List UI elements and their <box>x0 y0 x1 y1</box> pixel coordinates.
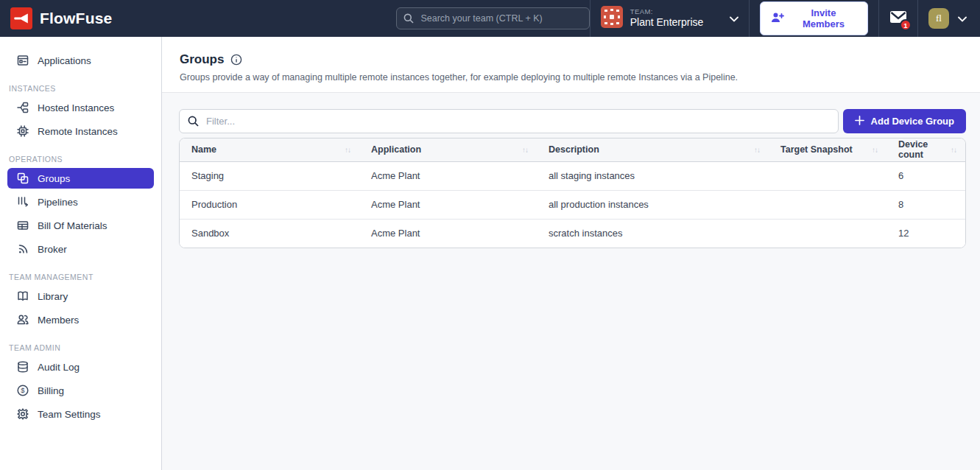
invite-members-button[interactable]: Invite Members <box>760 1 868 35</box>
sidebar-item-library[interactable]: Library <box>7 286 154 306</box>
members-icon <box>16 313 29 326</box>
cell-target_snapshot <box>769 219 886 248</box>
cell-description: scratch instances <box>537 219 769 248</box>
sidebar-section-label: TEAM ADMIN <box>9 343 152 352</box>
column-header-name[interactable]: Name↑↓ <box>180 138 359 161</box>
sidebar-item-team-settings[interactable]: Team Settings <box>7 404 154 424</box>
sidebar-item-label: Bill Of Materials <box>38 220 107 231</box>
sidebar-item-label: Applications <box>38 55 91 66</box>
sort-icon[interactable]: ↑↓ <box>872 146 878 154</box>
sidebar-item-broker[interactable]: Broker <box>7 239 154 259</box>
sidebar-section-label: TEAM MANAGEMENT <box>9 273 152 281</box>
broker-icon <box>16 242 29 256</box>
filter-input[interactable] <box>179 109 839 133</box>
page-description: Groups provide a way of managing multipl… <box>180 72 962 83</box>
sidebar-item-billing[interactable]: $Billing <box>7 380 154 401</box>
filter-box <box>179 109 839 133</box>
sidebar-item-audit-log[interactable]: Audit Log <box>7 357 154 377</box>
cell-application: Acme Plant <box>359 190 537 219</box>
sidebar: ApplicationsINSTANCESHosted InstancesRem… <box>0 37 162 470</box>
team-avatar <box>601 6 623 31</box>
sidebar-item-label: Team Settings <box>38 409 101 420</box>
search-icon <box>403 13 415 27</box>
chevron-down-icon <box>958 12 967 25</box>
user-plus-icon <box>771 12 784 26</box>
info-icon[interactable] <box>230 54 242 66</box>
cell-target_snapshot <box>769 161 886 190</box>
sidebar-item-bill-of-materials[interactable]: Bill Of Materials <box>7 215 154 236</box>
column-label: Target Snapshot <box>780 144 853 155</box>
sort-icon[interactable]: ↑↓ <box>754 146 760 154</box>
sort-icon[interactable]: ↑↓ <box>522 146 528 154</box>
team-name: Plant Enterprise <box>630 16 704 28</box>
add-device-group-button[interactable]: Add Device Group <box>843 109 966 133</box>
applications-icon <box>16 54 29 67</box>
library-icon <box>16 290 29 303</box>
cell-application: Acme Plant <box>359 219 537 248</box>
chevron-down-icon <box>730 12 738 25</box>
hosted-instances-icon <box>16 101 29 114</box>
sidebar-section-label: OPERATIONS <box>9 155 152 164</box>
user-avatar: fl <box>928 8 949 29</box>
column-header-device_count[interactable]: Device count↑↓ <box>886 138 965 161</box>
sidebar-item-label: Pipelines <box>38 197 78 208</box>
sidebar-item-label: Remote Instances <box>38 126 118 137</box>
cell-name: Production <box>180 190 359 219</box>
column-header-target_snapshot[interactable]: Target Snapshot↑↓ <box>769 138 886 161</box>
sidebar-section-label: INSTANCES <box>9 84 152 93</box>
sidebar-item-label: Billing <box>38 385 64 396</box>
team-search-input[interactable] <box>396 7 589 29</box>
cell-description: all staging instances <box>537 161 769 190</box>
add-device-group-label: Add Device Group <box>871 116 954 127</box>
team-label: TEAM: <box>630 8 704 16</box>
plus-icon <box>855 116 864 127</box>
brand[interactable]: FlowFuse <box>0 7 122 29</box>
table-row[interactable]: StagingAcme Plantall staging instances6 <box>180 161 965 190</box>
user-menu[interactable]: fl <box>917 0 980 37</box>
sidebar-item-label: Groups <box>38 173 70 184</box>
main-panel: Groups Groups provide a way of managing … <box>162 37 980 470</box>
top-navbar: FlowFuse TEAM: Plant Enterprise <box>0 0 980 37</box>
column-label: Description <box>549 144 599 155</box>
sidebar-item-label: Hosted Instances <box>38 102 114 113</box>
team-settings-icon <box>16 407 29 421</box>
cell-description: all production instances <box>537 190 769 219</box>
search-icon <box>187 115 200 130</box>
sort-icon[interactable]: ↑↓ <box>951 146 956 154</box>
groups-icon <box>16 172 29 185</box>
table-row[interactable]: ProductionAcme Plantall production insta… <box>180 190 965 219</box>
sidebar-item-pipelines[interactable]: Pipelines <box>7 192 154 212</box>
team-selector[interactable]: TEAM: Plant Enterprise <box>590 0 749 37</box>
groups-table: Name↑↓Application↑↓Description↑↓Target S… <box>179 138 966 248</box>
billing-icon: $ <box>16 384 29 397</box>
remote-instances-icon <box>16 124 29 138</box>
page-title: Groups <box>180 52 224 67</box>
table-row[interactable]: SandboxAcme Plantscratch instances12 <box>180 219 965 248</box>
sidebar-item-label: Broker <box>38 244 67 255</box>
flowfuse-logo-icon <box>10 7 32 29</box>
cell-name: Sandbox <box>180 219 359 248</box>
page-header: Groups Groups provide a way of managing … <box>162 37 980 93</box>
sidebar-item-remote-instances[interactable]: Remote Instances <box>7 121 154 141</box>
notifications-button[interactable]: 1 <box>878 0 917 37</box>
content-area: Add Device Group Name↑↓Application↑↓Desc… <box>162 93 980 248</box>
svg-text:$: $ <box>21 386 25 394</box>
column-label: Name <box>191 144 216 155</box>
column-header-application[interactable]: Application↑↓ <box>359 138 537 161</box>
notification-badge: 1 <box>900 19 912 31</box>
sort-icon[interactable]: ↑↓ <box>345 146 350 154</box>
audit-log-icon <box>16 360 29 373</box>
sidebar-item-label: Members <box>38 315 79 326</box>
sidebar-item-members[interactable]: Members <box>7 309 154 330</box>
sidebar-item-groups[interactable]: Groups <box>7 168 154 189</box>
sidebar-item-label: Audit Log <box>38 362 80 373</box>
brand-name: FlowFuse <box>40 10 112 27</box>
bill-of-materials-icon <box>16 219 29 232</box>
cell-device_count: 12 <box>886 219 965 248</box>
sidebar-item-applications[interactable]: Applications <box>7 50 154 71</box>
column-header-description[interactable]: Description↑↓ <box>537 138 769 161</box>
cell-device_count: 6 <box>886 161 965 190</box>
cell-application: Acme Plant <box>359 161 537 190</box>
sidebar-item-hosted-instances[interactable]: Hosted Instances <box>7 97 154 118</box>
sidebar-item-label: Library <box>38 291 68 302</box>
